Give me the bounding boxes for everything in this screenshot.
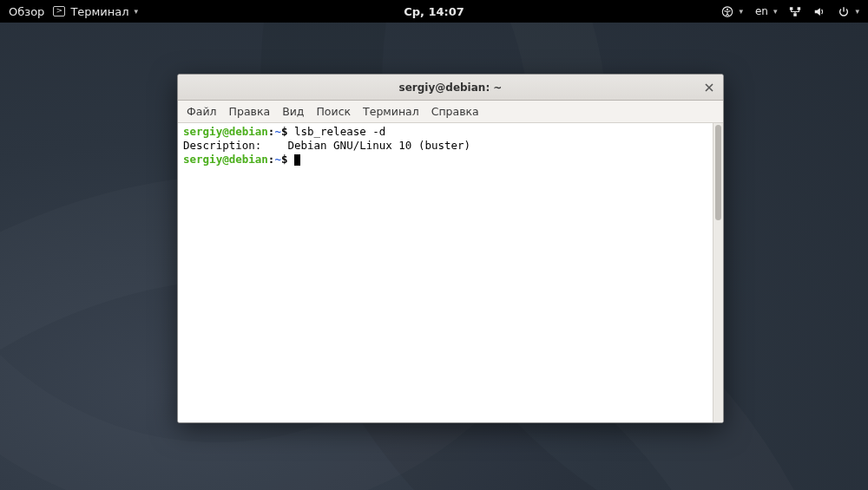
menu-help[interactable]: Справка: [431, 105, 479, 118]
topbar-app-menu[interactable]: Терминал ▾: [53, 5, 138, 18]
terminal-window: sergiy@debian: ~ Файл Правка Вид Поиск Т…: [177, 74, 724, 423]
chevron-down-icon: ▾: [739, 7, 743, 16]
svg-rect-3: [798, 7, 801, 10]
chevron-down-icon: ▾: [855, 7, 859, 16]
cursor: [294, 154, 300, 166]
menu-file[interactable]: Файл: [187, 105, 217, 118]
menu-terminal[interactable]: Терминал: [363, 105, 419, 118]
window-titlebar[interactable]: sergiy@debian: ~: [178, 75, 723, 101]
menu-edit[interactable]: Правка: [229, 105, 271, 118]
chevron-down-icon: ▾: [773, 7, 778, 16]
command-text: lsb_release -d: [294, 125, 385, 138]
svg-rect-2: [790, 7, 793, 10]
menu-view[interactable]: Вид: [282, 105, 304, 118]
volume-icon[interactable]: [813, 5, 825, 17]
clock[interactable]: Ср, 14:07: [404, 5, 464, 18]
accessibility-icon[interactable]: [721, 5, 733, 17]
window-title: sergiy@debian: ~: [399, 82, 503, 94]
gnome-topbar: Обзор Терминал ▾ Ср, 14:07 ▾ en ▾: [0, 0, 868, 23]
menu-search[interactable]: Поиск: [316, 105, 351, 118]
power-icon[interactable]: [838, 5, 850, 17]
scrollbar-thumb[interactable]: [715, 125, 721, 220]
network-icon[interactable]: [789, 5, 801, 17]
close-button[interactable]: [700, 79, 718, 96]
svg-point-1: [727, 8, 728, 10]
terminal-icon: [53, 6, 65, 16]
prompt-path: ~: [274, 125, 281, 138]
prompt-user: sergiy@debian: [183, 153, 268, 166]
prompt-symbol: $: [281, 125, 288, 138]
activities-button[interactable]: Обзор: [9, 5, 44, 18]
svg-rect-4: [794, 13, 798, 16]
output-text: Description: Debian GNU/Linux 10 (buster…: [183, 139, 470, 152]
topbar-app-label: Терминал: [70, 5, 128, 18]
input-source-indicator[interactable]: en: [755, 5, 768, 17]
prompt-symbol: $: [281, 153, 288, 166]
prompt-user: sergiy@debian: [183, 125, 268, 138]
scrollbar[interactable]: [713, 123, 723, 422]
terminal-body[interactable]: sergiy@debian:~$ lsb_release -d Descript…: [178, 123, 723, 422]
prompt-path: ~: [274, 153, 281, 166]
chevron-down-icon: ▾: [135, 7, 139, 16]
terminal-menubar: Файл Правка Вид Поиск Терминал Справка: [178, 101, 723, 123]
